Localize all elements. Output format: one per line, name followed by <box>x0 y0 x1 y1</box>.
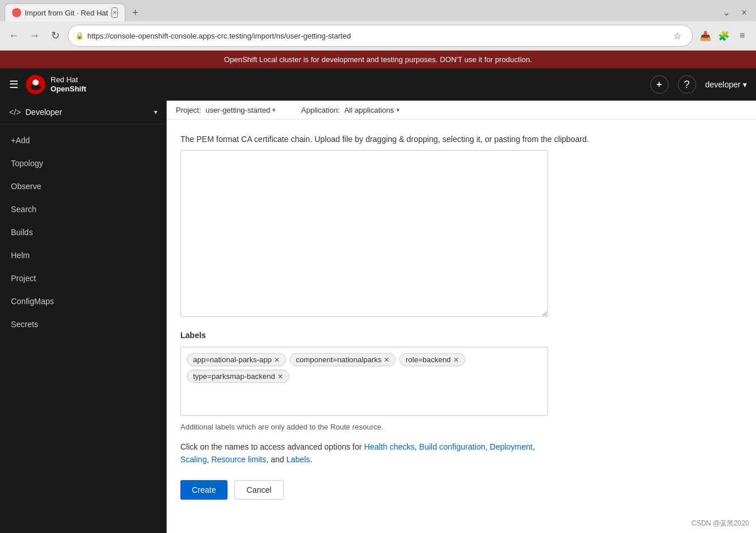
tab-close-button[interactable]: × <box>111 7 118 18</box>
perspective-icon: </> <box>9 108 21 117</box>
sidebar-nav: +Add Topology Observe Search Builds Helm… <box>0 124 167 533</box>
sidebar-item-add-label: +Add <box>11 136 30 145</box>
labels-note: Additional labels which are only added t… <box>180 423 742 431</box>
label-tag-1-remove[interactable]: ✕ <box>274 356 280 363</box>
sidebar-item-builds[interactable]: Builds <box>0 221 167 244</box>
brand-redhat: Red Hat <box>51 75 86 85</box>
label-tag-3-remove[interactable]: ✕ <box>453 356 459 363</box>
brand-openshift: OpenShift <box>51 85 86 94</box>
user-menu-button[interactable]: developer ▾ <box>705 80 747 89</box>
label-tag-3: role=backend ✕ <box>399 353 465 366</box>
sidebar-item-search[interactable]: Search <box>0 198 167 221</box>
label-tag-3-value: role=backend <box>406 355 450 364</box>
svg-point-3 <box>33 80 39 86</box>
labels-title: Labels <box>180 331 742 340</box>
forward-button[interactable]: → <box>26 28 43 44</box>
cancel-button[interactable]: Cancel <box>234 480 284 500</box>
sidebar-item-add[interactable]: +Add <box>0 129 167 152</box>
form-actions: Create Cancel <box>180 480 742 500</box>
advanced-link-resource-limits[interactable]: Resource limits <box>211 455 267 464</box>
tab-menu-button[interactable]: ⌄ <box>718 5 735 20</box>
sidebar: </> Developer ▾ +Add Topology Observe Se… <box>0 101 167 533</box>
labels-container[interactable]: app=national-parks-app ✕ component=natio… <box>180 347 548 416</box>
label-tag-2: component=nationalparks ✕ <box>290 353 396 366</box>
lock-icon: 🔒 <box>75 32 84 40</box>
back-button[interactable]: ← <box>6 28 22 44</box>
redhat-logo <box>25 74 46 95</box>
browser-toolbar: ← → ↻ 🔒 https://console-openshift-consol… <box>0 21 756 50</box>
label-tag-4: type=parksmap-backend ✕ <box>187 370 290 383</box>
project-divider <box>283 105 285 114</box>
url-text: https://console-openshift-console.apps-c… <box>87 32 351 40</box>
browser-tabs: Import from Git · Red Hat × + ⌄ × <box>0 0 756 21</box>
advanced-link-deployment[interactable]: Deployment <box>490 442 533 451</box>
hamburger-button[interactable]: ☰ <box>9 78 18 91</box>
label-tag-1: app=national-parks-app ✕ <box>187 353 286 366</box>
project-selector[interactable]: Project: user-getting-started ▾ <box>176 106 276 114</box>
create-button[interactable]: Create <box>180 480 227 500</box>
perspective-arrow: ▾ <box>154 108 157 116</box>
sidebar-item-project[interactable]: Project <box>0 267 167 290</box>
address-url: https://console-openshift-console.apps-c… <box>87 32 351 40</box>
sidebar-item-search-label: Search <box>11 205 36 214</box>
add-button[interactable]: + <box>650 75 669 94</box>
reload-button[interactable]: ↻ <box>47 28 63 44</box>
pem-textarea[interactable] <box>180 150 548 317</box>
new-tab-button[interactable]: + <box>128 5 143 20</box>
sidebar-item-configmaps[interactable]: ConfigMaps <box>0 290 167 313</box>
label-tag-2-value: component=nationalparks <box>296 355 381 364</box>
application-selector[interactable]: Application: All applications ▾ <box>301 106 400 114</box>
address-bar[interactable]: 🔒 https://console-openshift-console.apps… <box>68 25 693 47</box>
pem-description: The PEM format CA certificate chain. Upl… <box>180 133 742 145</box>
app-label: Application: <box>301 106 342 114</box>
advanced-options: Click on the names to access advanced op… <box>180 440 742 466</box>
tab-title: Import from Git · Red Hat <box>25 9 108 17</box>
sidebar-item-builds-label: Builds <box>11 228 33 237</box>
labels-section: Labels app=national-parks-app ✕ componen… <box>180 331 742 431</box>
app-header: ☰ Red Hat OpenShift + ? developer ▾ <box>0 68 756 101</box>
brand: Red Hat OpenShift <box>25 74 86 95</box>
sidebar-item-topology[interactable]: Topology <box>0 152 167 175</box>
active-tab: Import from Git · Red Hat × <box>5 3 125 21</box>
browser-chrome: Import from Git · Red Hat × + ⌄ × ← → ↻ … <box>0 0 756 51</box>
user-arrow: ▾ <box>743 80 747 89</box>
advanced-link-build-configuration[interactable]: Build configuration <box>419 442 485 451</box>
help-button[interactable]: ? <box>678 75 696 94</box>
watermark: CSDN @蓝黑2020 <box>692 519 749 528</box>
label-tag-1-value: app=national-parks-app <box>193 355 272 364</box>
advanced-link-health-checks[interactable]: Health checks <box>364 442 415 451</box>
brand-text: Red Hat OpenShift <box>51 75 86 93</box>
app-value: All applications <box>344 106 394 114</box>
banner-text: OpenShift Local cluster is for developme… <box>224 55 532 64</box>
header-actions: + ? developer ▾ <box>650 75 747 94</box>
sidebar-item-helm[interactable]: Helm <box>0 244 167 267</box>
project-value: user-getting-started <box>206 106 271 114</box>
project-bar: Project: user-getting-started ▾ Applicat… <box>167 101 756 120</box>
sidebar-item-project-label: Project <box>11 274 36 283</box>
advanced-link-labels[interactable]: Labels <box>286 455 310 464</box>
page-content: The PEM format CA certificate chain. Upl… <box>167 120 756 533</box>
sidebar-item-secrets[interactable]: Secrets <box>0 313 167 336</box>
perspective-selector[interactable]: </> Developer ▾ <box>0 101 167 124</box>
toolbar-actions: 📥 🧩 ≡ <box>697 28 750 44</box>
labels-tags: app=national-parks-app ✕ component=natio… <box>187 353 542 383</box>
pocket-button[interactable]: 📥 <box>697 28 713 44</box>
sidebar-item-helm-label: Helm <box>11 251 30 260</box>
extensions-button[interactable]: 🧩 <box>716 28 732 44</box>
user-label: developer <box>705 80 741 89</box>
advanced-link-scaling[interactable]: Scaling <box>180 455 207 464</box>
bookmark-button[interactable]: ☆ <box>669 28 685 44</box>
advanced-text-before: Click on the names to access advanced op… <box>180 442 364 451</box>
sidebar-item-topology-label: Topology <box>11 159 43 168</box>
app-banner: OpenShift Local cluster is for developme… <box>0 51 756 68</box>
project-label: Project: <box>176 106 203 114</box>
sidebar-item-secrets-label: Secrets <box>11 320 38 329</box>
sidebar-item-observe-label: Observe <box>11 182 41 191</box>
label-tag-4-remove[interactable]: ✕ <box>277 373 283 380</box>
window-close-button[interactable]: × <box>737 5 751 20</box>
browser-menu-button[interactable]: ≡ <box>734 28 750 44</box>
app-body: </> Developer ▾ +Add Topology Observe Se… <box>0 101 756 533</box>
label-tag-2-remove[interactable]: ✕ <box>384 356 389 363</box>
perspective-left: </> Developer <box>9 108 62 117</box>
sidebar-item-observe[interactable]: Observe <box>0 175 167 198</box>
